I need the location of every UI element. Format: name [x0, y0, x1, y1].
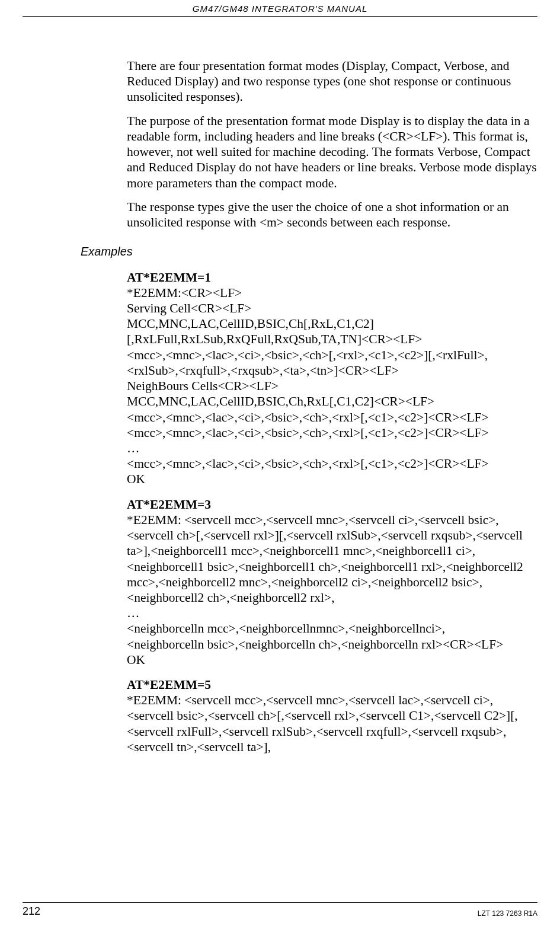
- example-2: AT*E2EMM=3 *E2EMM: <servcell mcc>,<servc…: [127, 497, 537, 668]
- example-1-title: AT*E2EMM=1: [127, 270, 211, 285]
- example-2-title: AT*E2EMM=3: [127, 497, 211, 512]
- example-3: AT*E2EMM=5 *E2EMM: <servcell mcc>,<servc…: [127, 677, 537, 755]
- example-3-body: *E2EMM: <servcell mcc>,<servcell mnc>,<s…: [127, 693, 518, 754]
- examples-heading: Examples: [81, 244, 537, 258]
- body-content: There are four presentation format modes…: [127, 17, 537, 755]
- footer-row: 212 LZT 123 7263 R1A: [23, 905, 537, 918]
- paragraph-intro-2: The purpose of the presentation format m…: [127, 113, 537, 191]
- page-footer: 212 LZT 123 7263 R1A: [23, 898, 537, 918]
- example-3-title: AT*E2EMM=5: [127, 678, 211, 692]
- page: GM47/GM48 INTEGRATOR'S MANUAL There are …: [0, 0, 560, 926]
- paragraph-intro-3: The response types give the user the cho…: [127, 199, 537, 230]
- paragraph-intro-1: There are four presentation format modes…: [127, 58, 537, 105]
- running-header: GM47/GM48 INTEGRATOR'S MANUAL: [23, 0, 537, 16]
- document-id: LZT 123 7263 R1A: [478, 909, 537, 918]
- example-2-body: *E2EMM: <servcell mcc>,<servcell mnc>,<s…: [127, 513, 526, 667]
- example-1: AT*E2EMM=1 *E2EMM:<CR><LF> Serving Cell<…: [127, 270, 537, 487]
- page-number: 212: [23, 905, 40, 918]
- example-1-body: *E2EMM:<CR><LF> Serving Cell<CR><LF> MCC…: [127, 286, 489, 487]
- footer-rule: [23, 902, 537, 903]
